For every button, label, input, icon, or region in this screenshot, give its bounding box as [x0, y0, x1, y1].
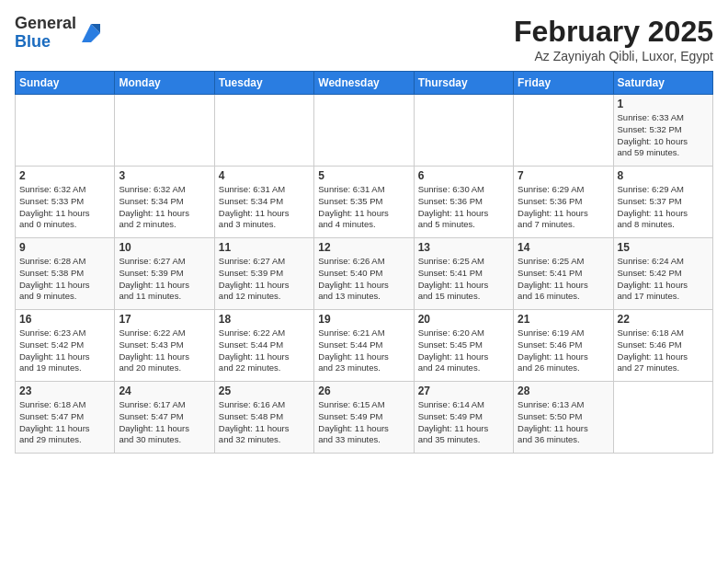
col-thursday: Thursday: [414, 72, 513, 95]
table-row: 16Sunrise: 6:23 AM Sunset: 5:42 PM Dayli…: [16, 310, 115, 382]
logo-general: General: [15, 15, 76, 33]
day-info: Sunrise: 6:14 AM Sunset: 5:49 PM Dayligh…: [418, 399, 509, 446]
day-info: Sunrise: 6:17 AM Sunset: 5:47 PM Dayligh…: [119, 399, 210, 446]
table-row: 14Sunrise: 6:25 AM Sunset: 5:41 PM Dayli…: [514, 238, 613, 310]
table-row: 10Sunrise: 6:27 AM Sunset: 5:39 PM Dayli…: [115, 238, 214, 310]
col-saturday: Saturday: [613, 72, 712, 95]
table-row: 26Sunrise: 6:15 AM Sunset: 5:49 PM Dayli…: [314, 382, 414, 454]
day-number: 6: [418, 169, 509, 182]
day-number: 1: [618, 98, 709, 110]
day-number: 26: [318, 385, 409, 397]
day-number: 28: [518, 385, 609, 397]
day-number: 19: [318, 313, 409, 326]
table-row: 17Sunrise: 6:22 AM Sunset: 5:43 PM Dayli…: [115, 310, 214, 382]
day-info: Sunrise: 6:28 AM Sunset: 5:38 PM Dayligh…: [19, 256, 110, 303]
logo: General Blue: [15, 15, 104, 52]
day-number: 10: [119, 241, 210, 254]
calendar-week-row: 16Sunrise: 6:23 AM Sunset: 5:42 PM Dayli…: [16, 310, 713, 382]
day-info: Sunrise: 6:27 AM Sunset: 5:39 PM Dayligh…: [119, 256, 210, 303]
table-row: 1Sunrise: 6:33 AM Sunset: 5:32 PM Daylig…: [613, 95, 712, 167]
day-number: 16: [19, 313, 110, 326]
day-info: Sunrise: 6:25 AM Sunset: 5:41 PM Dayligh…: [518, 256, 609, 303]
table-row: 23Sunrise: 6:18 AM Sunset: 5:47 PM Dayli…: [16, 382, 115, 454]
day-info: Sunrise: 6:22 AM Sunset: 5:44 PM Dayligh…: [219, 327, 310, 374]
col-friday: Friday: [514, 72, 613, 95]
day-number: 9: [19, 241, 110, 254]
day-info: Sunrise: 6:32 AM Sunset: 5:34 PM Dayligh…: [119, 184, 210, 231]
day-info: Sunrise: 6:31 AM Sunset: 5:35 PM Dayligh…: [318, 184, 409, 231]
day-number: 4: [219, 169, 310, 182]
day-number: 21: [518, 313, 609, 326]
day-info: Sunrise: 6:25 AM Sunset: 5:41 PM Dayligh…: [418, 256, 509, 303]
table-row: 15Sunrise: 6:24 AM Sunset: 5:42 PM Dayli…: [613, 238, 712, 310]
table-row: 2Sunrise: 6:32 AM Sunset: 5:33 PM Daylig…: [16, 167, 115, 238]
day-info: Sunrise: 6:13 AM Sunset: 5:50 PM Dayligh…: [518, 399, 609, 446]
table-row: 8Sunrise: 6:29 AM Sunset: 5:37 PM Daylig…: [613, 167, 712, 238]
day-info: Sunrise: 6:15 AM Sunset: 5:49 PM Dayligh…: [318, 399, 409, 446]
table-row: 3Sunrise: 6:32 AM Sunset: 5:34 PM Daylig…: [115, 167, 214, 238]
table-row: 13Sunrise: 6:25 AM Sunset: 5:41 PM Dayli…: [414, 238, 513, 310]
logo-icon: [78, 20, 104, 46]
page: General Blue February 2025 Az Zayniyah Q…: [0, 0, 728, 563]
table-row: 24Sunrise: 6:17 AM Sunset: 5:47 PM Dayli…: [115, 382, 214, 454]
day-info: Sunrise: 6:29 AM Sunset: 5:36 PM Dayligh…: [518, 184, 609, 231]
day-number: 11: [219, 241, 310, 254]
day-info: Sunrise: 6:22 AM Sunset: 5:43 PM Dayligh…: [119, 327, 210, 374]
table-row: 19Sunrise: 6:21 AM Sunset: 5:44 PM Dayli…: [314, 310, 414, 382]
col-monday: Monday: [115, 72, 214, 95]
table-row: [613, 382, 712, 454]
table-row: 28Sunrise: 6:13 AM Sunset: 5:50 PM Dayli…: [514, 382, 613, 454]
logo-blue: Blue: [15, 33, 76, 52]
day-info: Sunrise: 6:24 AM Sunset: 5:42 PM Dayligh…: [618, 256, 709, 303]
calendar-header-row: Sunday Monday Tuesday Wednesday Thursday…: [16, 72, 713, 95]
day-info: Sunrise: 6:26 AM Sunset: 5:40 PM Dayligh…: [318, 256, 409, 303]
day-info: Sunrise: 6:16 AM Sunset: 5:48 PM Dayligh…: [219, 399, 310, 446]
table-row: 27Sunrise: 6:14 AM Sunset: 5:49 PM Dayli…: [414, 382, 513, 454]
col-sunday: Sunday: [16, 72, 115, 95]
calendar-table: Sunday Monday Tuesday Wednesday Thursday…: [15, 71, 713, 454]
calendar-title: February 2025: [514, 15, 713, 49]
table-row: 21Sunrise: 6:19 AM Sunset: 5:46 PM Dayli…: [514, 310, 613, 382]
title-block: February 2025 Az Zayniyah Qibli, Luxor, …: [514, 15, 713, 63]
table-row: 11Sunrise: 6:27 AM Sunset: 5:39 PM Dayli…: [214, 238, 313, 310]
day-number: 14: [518, 241, 609, 254]
table-row: 9Sunrise: 6:28 AM Sunset: 5:38 PM Daylig…: [16, 238, 115, 310]
table-row: 22Sunrise: 6:18 AM Sunset: 5:46 PM Dayli…: [613, 310, 712, 382]
day-info: Sunrise: 6:21 AM Sunset: 5:44 PM Dayligh…: [318, 327, 409, 374]
day-number: 13: [418, 241, 509, 254]
day-info: Sunrise: 6:30 AM Sunset: 5:36 PM Dayligh…: [418, 184, 509, 231]
day-info: Sunrise: 6:29 AM Sunset: 5:37 PM Dayligh…: [618, 184, 709, 231]
calendar-subtitle: Az Zayniyah Qibli, Luxor, Egypt: [514, 49, 713, 63]
table-row: 4Sunrise: 6:31 AM Sunset: 5:34 PM Daylig…: [214, 167, 313, 238]
table-row: [16, 95, 115, 167]
table-row: 7Sunrise: 6:29 AM Sunset: 5:36 PM Daylig…: [514, 167, 613, 238]
calendar-week-row: 2Sunrise: 6:32 AM Sunset: 5:33 PM Daylig…: [16, 167, 713, 238]
day-number: 8: [618, 169, 709, 182]
table-row: 20Sunrise: 6:20 AM Sunset: 5:45 PM Dayli…: [414, 310, 513, 382]
table-row: 5Sunrise: 6:31 AM Sunset: 5:35 PM Daylig…: [314, 167, 414, 238]
table-row: 18Sunrise: 6:22 AM Sunset: 5:44 PM Dayli…: [214, 310, 313, 382]
col-tuesday: Tuesday: [214, 72, 313, 95]
table-row: [514, 95, 613, 167]
calendar-week-row: 9Sunrise: 6:28 AM Sunset: 5:38 PM Daylig…: [16, 238, 713, 310]
day-info: Sunrise: 6:23 AM Sunset: 5:42 PM Dayligh…: [19, 327, 110, 374]
day-number: 18: [219, 313, 310, 326]
day-number: 25: [219, 385, 310, 397]
table-row: [414, 95, 513, 167]
table-row: 25Sunrise: 6:16 AM Sunset: 5:48 PM Dayli…: [214, 382, 313, 454]
day-info: Sunrise: 6:18 AM Sunset: 5:46 PM Dayligh…: [618, 327, 709, 374]
day-number: 2: [19, 169, 110, 182]
day-number: 20: [418, 313, 509, 326]
day-info: Sunrise: 6:32 AM Sunset: 5:33 PM Dayligh…: [19, 184, 110, 231]
day-info: Sunrise: 6:33 AM Sunset: 5:32 PM Dayligh…: [618, 112, 709, 159]
day-info: Sunrise: 6:31 AM Sunset: 5:34 PM Dayligh…: [219, 184, 310, 231]
day-number: 15: [618, 241, 709, 254]
calendar-week-row: 23Sunrise: 6:18 AM Sunset: 5:47 PM Dayli…: [16, 382, 713, 454]
header: General Blue February 2025 Az Zayniyah Q…: [15, 15, 713, 63]
day-number: 27: [418, 385, 509, 397]
col-wednesday: Wednesday: [314, 72, 414, 95]
day-info: Sunrise: 6:18 AM Sunset: 5:47 PM Dayligh…: [19, 399, 110, 446]
day-number: 23: [19, 385, 110, 397]
table-row: [115, 95, 214, 167]
day-number: 12: [318, 241, 409, 254]
